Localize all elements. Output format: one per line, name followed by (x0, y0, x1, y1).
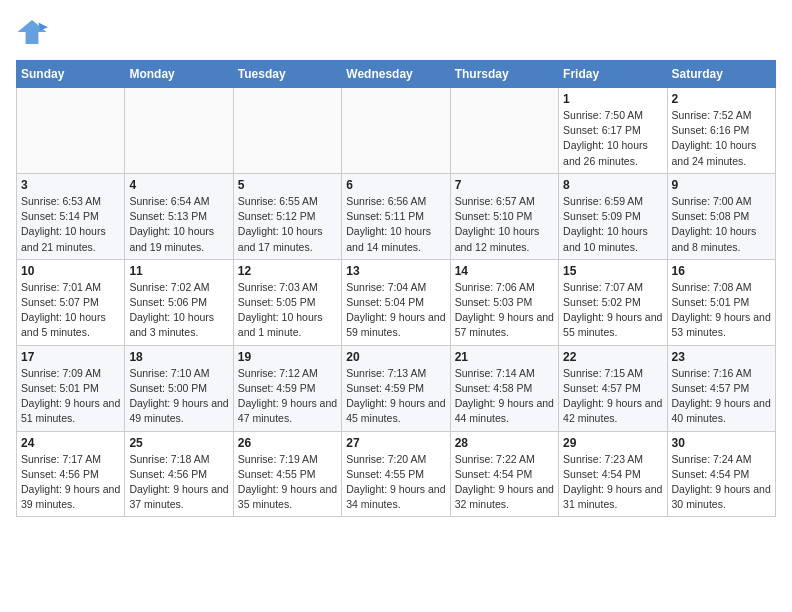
day-number: 22 (563, 350, 662, 364)
calendar-cell: 25Sunrise: 7:18 AMSunset: 4:56 PMDayligh… (125, 431, 233, 517)
calendar-cell: 2Sunrise: 7:52 AMSunset: 6:16 PMDaylight… (667, 88, 775, 174)
calendar-cell: 22Sunrise: 7:15 AMSunset: 4:57 PMDayligh… (559, 345, 667, 431)
calendar-cell: 14Sunrise: 7:06 AMSunset: 5:03 PMDayligh… (450, 259, 558, 345)
calendar-cell: 10Sunrise: 7:01 AMSunset: 5:07 PMDayligh… (17, 259, 125, 345)
day-number: 20 (346, 350, 445, 364)
day-info: Sunrise: 7:17 AMSunset: 4:56 PMDaylight:… (21, 452, 120, 513)
calendar-cell: 5Sunrise: 6:55 AMSunset: 5:12 PMDaylight… (233, 173, 341, 259)
day-info: Sunrise: 7:03 AMSunset: 5:05 PMDaylight:… (238, 280, 337, 341)
calendar-cell (233, 88, 341, 174)
calendar-cell: 17Sunrise: 7:09 AMSunset: 5:01 PMDayligh… (17, 345, 125, 431)
day-number: 25 (129, 436, 228, 450)
column-header-tuesday: Tuesday (233, 61, 341, 88)
day-info: Sunrise: 6:55 AMSunset: 5:12 PMDaylight:… (238, 194, 337, 255)
day-info: Sunrise: 7:00 AMSunset: 5:08 PMDaylight:… (672, 194, 771, 255)
calendar-cell: 21Sunrise: 7:14 AMSunset: 4:58 PMDayligh… (450, 345, 558, 431)
logo (16, 16, 52, 48)
day-info: Sunrise: 7:10 AMSunset: 5:00 PMDaylight:… (129, 366, 228, 427)
calendar-cell: 19Sunrise: 7:12 AMSunset: 4:59 PMDayligh… (233, 345, 341, 431)
calendar-cell: 27Sunrise: 7:20 AMSunset: 4:55 PMDayligh… (342, 431, 450, 517)
day-info: Sunrise: 6:57 AMSunset: 5:10 PMDaylight:… (455, 194, 554, 255)
day-number: 18 (129, 350, 228, 364)
calendar-cell: 1Sunrise: 7:50 AMSunset: 6:17 PMDaylight… (559, 88, 667, 174)
day-info: Sunrise: 7:04 AMSunset: 5:04 PMDaylight:… (346, 280, 445, 341)
day-number: 23 (672, 350, 771, 364)
day-info: Sunrise: 6:59 AMSunset: 5:09 PMDaylight:… (563, 194, 662, 255)
calendar-cell: 4Sunrise: 6:54 AMSunset: 5:13 PMDaylight… (125, 173, 233, 259)
calendar-cell: 23Sunrise: 7:16 AMSunset: 4:57 PMDayligh… (667, 345, 775, 431)
calendar-header-row: SundayMondayTuesdayWednesdayThursdayFrid… (17, 61, 776, 88)
day-number: 16 (672, 264, 771, 278)
calendar-cell: 3Sunrise: 6:53 AMSunset: 5:14 PMDaylight… (17, 173, 125, 259)
calendar-cell (125, 88, 233, 174)
day-info: Sunrise: 7:19 AMSunset: 4:55 PMDaylight:… (238, 452, 337, 513)
calendar-cell: 11Sunrise: 7:02 AMSunset: 5:06 PMDayligh… (125, 259, 233, 345)
day-info: Sunrise: 7:23 AMSunset: 4:54 PMDaylight:… (563, 452, 662, 513)
day-number: 26 (238, 436, 337, 450)
day-number: 3 (21, 178, 120, 192)
calendar-week-row: 1Sunrise: 7:50 AMSunset: 6:17 PMDaylight… (17, 88, 776, 174)
day-info: Sunrise: 7:20 AMSunset: 4:55 PMDaylight:… (346, 452, 445, 513)
day-info: Sunrise: 7:52 AMSunset: 6:16 PMDaylight:… (672, 108, 771, 169)
calendar-cell: 26Sunrise: 7:19 AMSunset: 4:55 PMDayligh… (233, 431, 341, 517)
column-header-saturday: Saturday (667, 61, 775, 88)
day-info: Sunrise: 7:18 AMSunset: 4:56 PMDaylight:… (129, 452, 228, 513)
day-info: Sunrise: 7:06 AMSunset: 5:03 PMDaylight:… (455, 280, 554, 341)
day-number: 6 (346, 178, 445, 192)
column-header-wednesday: Wednesday (342, 61, 450, 88)
day-info: Sunrise: 7:16 AMSunset: 4:57 PMDaylight:… (672, 366, 771, 427)
calendar-cell (450, 88, 558, 174)
day-number: 12 (238, 264, 337, 278)
day-info: Sunrise: 7:08 AMSunset: 5:01 PMDaylight:… (672, 280, 771, 341)
day-info: Sunrise: 7:13 AMSunset: 4:59 PMDaylight:… (346, 366, 445, 427)
calendar-cell (17, 88, 125, 174)
day-info: Sunrise: 7:07 AMSunset: 5:02 PMDaylight:… (563, 280, 662, 341)
day-info: Sunrise: 6:54 AMSunset: 5:13 PMDaylight:… (129, 194, 228, 255)
calendar-week-row: 3Sunrise: 6:53 AMSunset: 5:14 PMDaylight… (17, 173, 776, 259)
column-header-sunday: Sunday (17, 61, 125, 88)
day-info: Sunrise: 7:12 AMSunset: 4:59 PMDaylight:… (238, 366, 337, 427)
logo-icon (16, 16, 48, 48)
page-header (16, 16, 776, 48)
day-info: Sunrise: 7:14 AMSunset: 4:58 PMDaylight:… (455, 366, 554, 427)
day-number: 29 (563, 436, 662, 450)
column-header-thursday: Thursday (450, 61, 558, 88)
calendar-week-row: 10Sunrise: 7:01 AMSunset: 5:07 PMDayligh… (17, 259, 776, 345)
day-info: Sunrise: 7:01 AMSunset: 5:07 PMDaylight:… (21, 280, 120, 341)
day-info: Sunrise: 6:53 AMSunset: 5:14 PMDaylight:… (21, 194, 120, 255)
calendar-cell: 12Sunrise: 7:03 AMSunset: 5:05 PMDayligh… (233, 259, 341, 345)
calendar-table: SundayMondayTuesdayWednesdayThursdayFrid… (16, 60, 776, 517)
day-number: 24 (21, 436, 120, 450)
day-number: 5 (238, 178, 337, 192)
calendar-cell: 20Sunrise: 7:13 AMSunset: 4:59 PMDayligh… (342, 345, 450, 431)
day-number: 17 (21, 350, 120, 364)
column-header-friday: Friday (559, 61, 667, 88)
calendar-week-row: 17Sunrise: 7:09 AMSunset: 5:01 PMDayligh… (17, 345, 776, 431)
calendar-cell: 7Sunrise: 6:57 AMSunset: 5:10 PMDaylight… (450, 173, 558, 259)
column-header-monday: Monday (125, 61, 233, 88)
day-number: 15 (563, 264, 662, 278)
day-number: 9 (672, 178, 771, 192)
day-number: 21 (455, 350, 554, 364)
day-number: 27 (346, 436, 445, 450)
calendar-cell: 8Sunrise: 6:59 AMSunset: 5:09 PMDaylight… (559, 173, 667, 259)
day-number: 1 (563, 92, 662, 106)
day-number: 30 (672, 436, 771, 450)
calendar-cell: 6Sunrise: 6:56 AMSunset: 5:11 PMDaylight… (342, 173, 450, 259)
calendar-cell: 9Sunrise: 7:00 AMSunset: 5:08 PMDaylight… (667, 173, 775, 259)
svg-marker-1 (38, 22, 48, 30)
day-info: Sunrise: 7:24 AMSunset: 4:54 PMDaylight:… (672, 452, 771, 513)
day-number: 14 (455, 264, 554, 278)
calendar-cell: 13Sunrise: 7:04 AMSunset: 5:04 PMDayligh… (342, 259, 450, 345)
calendar-cell: 15Sunrise: 7:07 AMSunset: 5:02 PMDayligh… (559, 259, 667, 345)
day-number: 19 (238, 350, 337, 364)
day-info: Sunrise: 7:15 AMSunset: 4:57 PMDaylight:… (563, 366, 662, 427)
calendar-cell: 18Sunrise: 7:10 AMSunset: 5:00 PMDayligh… (125, 345, 233, 431)
day-number: 8 (563, 178, 662, 192)
day-info: Sunrise: 7:22 AMSunset: 4:54 PMDaylight:… (455, 452, 554, 513)
calendar-week-row: 24Sunrise: 7:17 AMSunset: 4:56 PMDayligh… (17, 431, 776, 517)
svg-marker-0 (18, 20, 47, 44)
calendar-cell: 29Sunrise: 7:23 AMSunset: 4:54 PMDayligh… (559, 431, 667, 517)
day-info: Sunrise: 7:09 AMSunset: 5:01 PMDaylight:… (21, 366, 120, 427)
calendar-cell: 30Sunrise: 7:24 AMSunset: 4:54 PMDayligh… (667, 431, 775, 517)
